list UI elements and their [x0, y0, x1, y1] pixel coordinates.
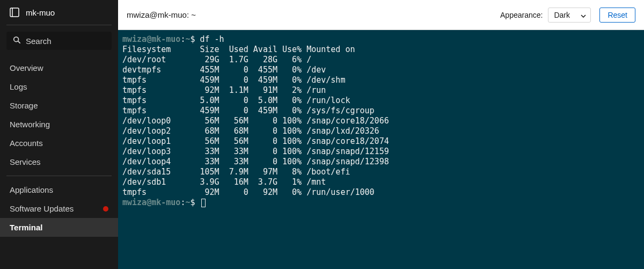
sidebar-item-label: Terminal — [10, 223, 42, 232]
appearance-label: Appearance: — [500, 11, 543, 19]
terminal-output-line: tmpfs 459M 0 459M 0% /dev/shm — [122, 75, 640, 85]
terminal-output-line: tmpfs 92M 1.1M 91M 2% /run — [122, 85, 640, 96]
terminal[interactable]: mwiza@mk-muo:~$ df -hFilesystem Size Use… — [118, 30, 644, 269]
sidebar-item-label: Software Updates — [10, 204, 74, 213]
terminal-output-line: /dev/loop3 33M 33M 0 100% /snap/snapd/12… — [122, 147, 640, 157]
hostname: mk-muo — [26, 8, 55, 17]
terminal-output-line: tmpfs 459M 0 459M 0% /sys/fs/cgroup — [122, 106, 640, 116]
sidebar-item-terminal[interactable]: Terminal — [0, 218, 118, 237]
sidebar-item-overview[interactable]: Overview — [0, 59, 118, 77]
terminal-output-line: devtmpfs 455M 0 455M 0% /dev — [122, 65, 640, 75]
sidebar-item-applications[interactable]: Applications — [0, 180, 118, 199]
sidebar-item-label: Overview — [10, 63, 43, 72]
sidebar-item-services[interactable]: Services — [0, 152, 118, 171]
terminal-prompt-line: mwiza@mk-muo:~$ — [122, 198, 640, 208]
sidebar-divider — [6, 25, 112, 25]
reset-button[interactable]: Reset — [599, 8, 635, 23]
search-box[interactable] — [6, 32, 112, 50]
sidebar-item-storage[interactable]: Storage — [0, 96, 118, 115]
sidebar-nav: OverviewLogsStorageNetworkingAccountsSer… — [0, 59, 118, 237]
terminal-output-line: tmpfs 5.0M 0 5.0M 0% /run/lock — [122, 96, 640, 106]
terminal-cursor — [201, 199, 206, 207]
main: mwiza@mk-muo: ~ Appearance: Dark Reset m… — [118, 0, 644, 269]
terminal-output-line: /dev/loop0 56M 56M 0 100% /snap/core18/2… — [122, 116, 640, 126]
sidebar-item-networking[interactable]: Networking — [0, 115, 118, 134]
terminal-output-line: /dev/loop2 68M 68M 0 100% /snap/lxd/2032… — [122, 126, 640, 136]
svg-line-3 — [18, 41, 20, 43]
sidebar-item-accounts[interactable]: Accounts — [0, 134, 118, 152]
sidebar-item-label: Networking — [10, 120, 50, 129]
terminal-output-line: /dev/sdb1 3.9G 16M 3.7G 1% /mnt — [122, 177, 640, 187]
sidebar-item-label: Services — [10, 157, 41, 166]
sidebar-item-label: Logs — [10, 82, 27, 91]
terminal-output-line: /dev/loop1 56M 56M 0 100% /snap/core18/2… — [122, 136, 640, 147]
alert-badge-icon — [103, 206, 108, 212]
sidebar-item-logs[interactable]: Logs — [0, 77, 118, 96]
sidebar-header: mk-muo — [0, 0, 118, 25]
sidebar: mk-muo OverviewLogsStorageNetworkingAcco… — [0, 0, 118, 269]
topbar: mwiza@mk-muo: ~ Appearance: Dark Reset — [118, 0, 644, 30]
appearance-control: Appearance: Dark — [500, 8, 591, 23]
terminal-header-line: Filesystem Size Used Avail Use% Mounted … — [122, 45, 640, 55]
sidebar-group-divider — [6, 176, 112, 176]
terminal-output-line: /dev/sda15 105M 7.9M 97M 8% /boot/efi — [122, 167, 640, 177]
host-icon — [10, 8, 19, 17]
sidebar-item-label: Storage — [10, 101, 38, 110]
search-input[interactable] — [26, 37, 128, 46]
sidebar-item-label: Accounts — [10, 139, 43, 148]
terminal-output-line: /dev/loop4 33M 33M 0 100% /snap/snapd/12… — [122, 157, 640, 167]
search-icon — [13, 36, 20, 46]
chevron-down-icon — [581, 11, 586, 19]
page-title: mwiza@mk-muo: ~ — [127, 10, 492, 19]
svg-rect-0 — [10, 8, 19, 17]
appearance-select[interactable]: Dark — [548, 8, 591, 23]
sidebar-item-software-updates[interactable]: Software Updates — [0, 199, 118, 218]
sidebar-item-label: Applications — [10, 185, 53, 194]
terminal-output-line: /dev/root 29G 1.7G 28G 6% / — [122, 55, 640, 65]
terminal-output-line: tmpfs 92M 0 92M 0% /run/user/1000 — [122, 187, 640, 198]
appearance-value: Dark — [554, 11, 570, 19]
terminal-line: mwiza@mk-muo:~$ df -h — [122, 34, 640, 45]
